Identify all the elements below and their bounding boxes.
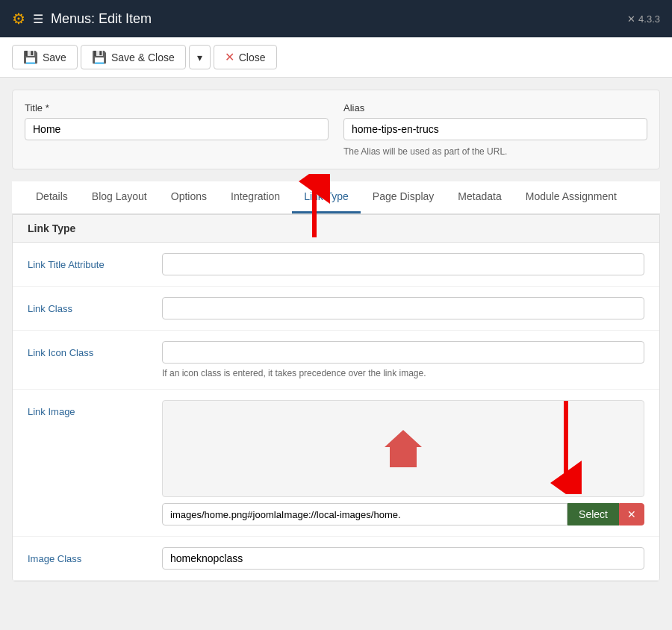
image-class-control [162,547,644,570]
close-button[interactable]: ✕ Close [214,45,277,69]
link-icon-class-row: Link Icon Class If an icon class is ente… [13,331,659,390]
alias-field-group: Alias The Alias will be used as part of … [343,102,647,157]
alias-label: Alias [343,102,647,113]
alias-input[interactable] [343,118,647,140]
link-image-label: Link Image [28,400,162,417]
save-button[interactable]: 💾 Save [12,45,78,69]
title-label: Title * [25,102,329,113]
svg-rect-3 [397,455,409,467]
dropdown-button[interactable]: ▾ [189,45,211,69]
link-class-control [162,297,644,319]
page-wrapper: ⚙ ☰ Menus: Edit Item ✕ 4.3.3 💾 Save 💾 Sa… [0,0,672,593]
image-path-input[interactable] [162,503,567,525]
content-area: Title * Alias The Alias will be used as … [0,78,672,593]
link-type-panel: Link Type Link Title Attribute Link Clas… [12,214,660,581]
link-icon-class-control: If an icon class is entered, it takes pr… [162,341,644,378]
link-image-control: Select ✕ [162,400,644,525]
save-close-icon: 💾 [92,50,107,64]
link-class-input[interactable] [162,297,644,319]
tab-blog-layout[interactable]: Blog Layout [80,181,159,213]
link-class-row: Link Class [13,287,659,331]
close-icon: ✕ [225,50,234,64]
link-title-label: Link Title Attribute [28,253,162,270]
image-input-row: Select ✕ [162,503,644,525]
panel-title: Link Type [13,215,659,243]
hamburger-icon: ☰ [33,12,43,26]
image-class-row: Image Class [13,537,659,581]
header: ⚙ ☰ Menus: Edit Item ✕ 4.3.3 [0,0,672,37]
title-alias-section: Title * Alias The Alias will be used as … [12,90,660,169]
tab-module-assignment[interactable]: Module Assignment [514,181,629,213]
icon-class-help: If an icon class is entered, it takes pr… [162,368,644,378]
tab-options[interactable]: Options [159,181,219,213]
page-title: Menus: Edit Item [51,11,152,27]
tabs-bar: Details Blog Layout Options Integration … [12,181,660,214]
link-icon-class-input[interactable] [162,341,644,364]
save-close-button[interactable]: 💾 Save & Close [81,45,186,69]
header-version: ✕ 4.3.3 [627,13,660,25]
title-field-group: Title * [25,102,329,157]
tabs-panel-wrapper: Details Blog Layout Options Integration … [12,181,660,581]
home-icon [381,426,426,471]
link-icon-class-label: Link Icon Class [28,341,162,358]
save-icon: 💾 [23,50,38,64]
tab-integration[interactable]: Integration [219,181,292,213]
tab-link-type[interactable]: Link Type [292,181,361,213]
link-title-input[interactable] [162,253,644,275]
image-class-input[interactable] [162,547,644,570]
toolbar: 💾 Save 💾 Save & Close ▾ ✕ Close [0,37,672,78]
link-title-row: Link Title Attribute [13,243,659,287]
alias-help: The Alias will be used as part of the UR… [343,146,647,157]
clear-image-button[interactable]: ✕ [619,503,644,525]
header-left: ⚙ ☰ Menus: Edit Item [12,10,152,28]
tab-metadata[interactable]: Metadata [446,181,513,213]
select-button[interactable]: Select [567,503,619,525]
tab-details[interactable]: Details [24,181,80,213]
link-image-row: Link Image Select ✕ [13,390,659,537]
image-preview-area [162,400,644,497]
image-class-label: Image Class [28,547,162,564]
tab-page-display[interactable]: Page Display [361,181,447,213]
link-class-label: Link Class [28,297,162,314]
title-input[interactable] [25,118,329,140]
link-title-control [162,253,644,275]
joomla-logo-icon: ⚙ [12,10,25,28]
